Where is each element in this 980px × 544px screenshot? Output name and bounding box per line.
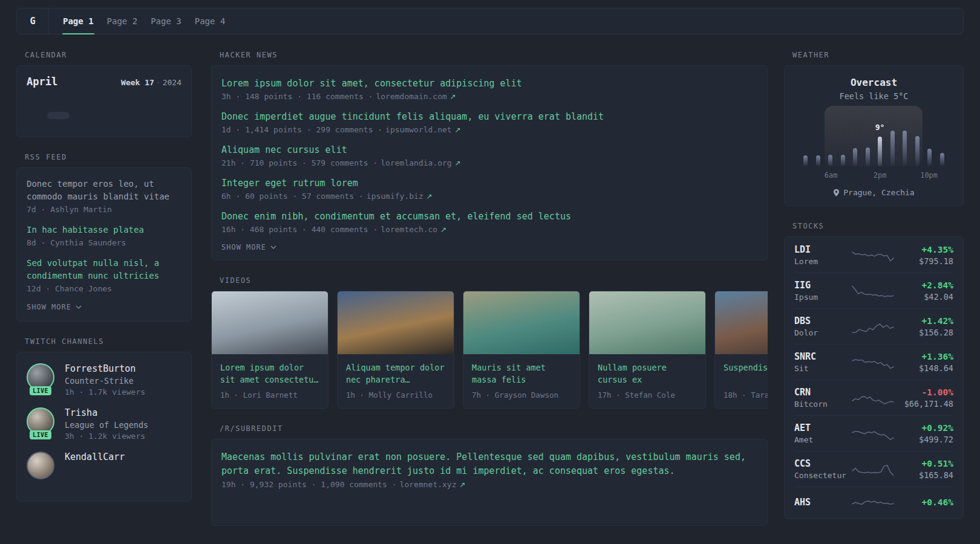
twitch-avatar: LIVE bbox=[27, 363, 54, 391]
stock-identity: LDI Lorem bbox=[794, 244, 851, 266]
page-tab[interactable]: Page 2 bbox=[100, 8, 145, 34]
video-card[interactable]: Suspendisse diam 18h · Tara bbox=[714, 291, 768, 409]
external-link-icon[interactable]: ↗ bbox=[460, 481, 466, 489]
video-title[interactable]: Nullam posuere cursus ex bbox=[598, 361, 697, 386]
twitch-channel-row[interactable]: LIVE KendallCarr bbox=[27, 452, 181, 479]
stock-name: Lorem bbox=[794, 257, 851, 266]
calendar-date bbox=[116, 103, 139, 110]
twitch-channel-name[interactable]: KendallCarr bbox=[65, 452, 125, 462]
twitch-channel-name[interactable]: Trisha bbox=[65, 407, 148, 418]
twitch-channel-category[interactable]: Counter-Strike bbox=[65, 376, 145, 386]
hackernews-item-stats: 3h · 148 points · 116 comments · bbox=[221, 92, 373, 101]
rss-item[interactable]: In hac habitasse platea 8d · Cynthia Sau… bbox=[27, 224, 181, 247]
video-thumbnail[interactable] bbox=[589, 291, 705, 354]
video-title[interactable]: Suspendisse diam bbox=[724, 361, 768, 386]
stock-row[interactable]: DBS Dolor +1.42% $156.28 bbox=[794, 308, 953, 344]
rss-item[interactable]: Sed volutpat nulla nisl, a condimentum n… bbox=[27, 257, 181, 293]
video-card-body: Aliquam tempor dolor nec pharetra… 1h · … bbox=[338, 354, 454, 408]
hackernews-item-domain[interactable]: ipsumworld.net bbox=[385, 125, 452, 134]
stock-row[interactable]: AHS +0.46% bbox=[794, 487, 953, 519]
twitch-channel-row[interactable]: LIVE ForrestBurton Counter-Strike 1h · 1… bbox=[27, 363, 181, 397]
twitch-channel-name[interactable]: ForrestBurton bbox=[65, 363, 145, 374]
hackernews-item-meta: 1d · 1,414 points · 299 comments · ipsum… bbox=[221, 125, 757, 134]
page-tab[interactable]: Page 1 bbox=[56, 8, 100, 34]
weather-chart-bars bbox=[800, 111, 947, 166]
stock-identity: AET Amet bbox=[794, 423, 851, 444]
hackernews-item-title[interactable]: Aliquam nec cursus elit bbox=[221, 143, 757, 157]
video-card[interactable]: Lorem ipsum dolor sit amet consectetu… 1… bbox=[211, 291, 328, 409]
rss-item-title[interactable]: Sed volutpat nulla nisl, a condimentum n… bbox=[27, 257, 181, 282]
stock-row[interactable]: IIG Ipsum +2.84% $42.04 bbox=[794, 273, 953, 308]
hackernews-item: Donec enim nibh, condimentum et accumsan… bbox=[221, 210, 757, 234]
page-tab[interactable]: Page 3 bbox=[144, 8, 188, 34]
weather-bar bbox=[828, 155, 832, 166]
video-card[interactable]: Mauris sit amet massa felis 7h · Grayson… bbox=[463, 291, 580, 409]
video-title[interactable]: Mauris sit amet massa felis bbox=[472, 361, 571, 386]
hackernews-item: Lorem ipsum dolor sit amet, consectetur … bbox=[221, 77, 757, 101]
hackernews-item: Integer eget rutrum lorem 6h · 60 points… bbox=[221, 176, 757, 201]
rss-item-title[interactable]: In hac habitasse platea bbox=[27, 224, 181, 236]
reddit-post-title[interactable]: Maecenas mollis pulvinar erat non posuer… bbox=[221, 450, 757, 478]
external-link-icon[interactable]: ↗ bbox=[440, 225, 446, 234]
twitch-channel-category[interactable]: League of Legends bbox=[65, 420, 148, 430]
hackernews-item-domain[interactable]: loremtech.co bbox=[381, 225, 437, 234]
weather-bar bbox=[816, 155, 820, 166]
hackernews-item-domain[interactable]: loremlandia.org bbox=[381, 158, 451, 167]
external-link-icon[interactable]: ↗ bbox=[450, 92, 456, 101]
external-link-icon[interactable]: ↗ bbox=[455, 159, 461, 167]
video-thumbnail[interactable] bbox=[463, 291, 580, 354]
stock-symbol: CRN bbox=[794, 387, 851, 398]
show-more-label: SHOW MORE bbox=[221, 243, 266, 251]
video-thumbnail[interactable] bbox=[715, 291, 768, 354]
twitch-section: TWITCH CHANNELS LIVE ForrestBurton Count… bbox=[16, 337, 192, 502]
weather-location-row: Prague, Czechia bbox=[794, 188, 953, 197]
reddit-post-stats: 19h · 9,932 points · 1,090 comments · bbox=[221, 480, 397, 489]
stock-row[interactable]: AET Amet +0.92% $499.72 bbox=[794, 415, 953, 451]
reddit-post-domain[interactable]: loremnet.xyz bbox=[400, 480, 457, 489]
hackernews-item-title[interactable]: Lorem ipsum dolor sit amet, consectetur … bbox=[221, 77, 757, 90]
stock-row[interactable]: SNRC Sit +1.36% $148.64 bbox=[794, 344, 953, 380]
video-thumbnail[interactable] bbox=[212, 291, 328, 354]
rss-item-meta: 12d · Chance Jones bbox=[27, 284, 181, 293]
dot-separator: · bbox=[156, 78, 161, 87]
twitch-avatar: LIVE bbox=[27, 452, 54, 479]
hackernews-item-domain[interactable]: ipsumify.biz bbox=[367, 192, 423, 201]
hackernews-item-stats: 16h · 468 points · 440 comments · bbox=[221, 225, 377, 234]
calendar-date bbox=[93, 112, 116, 119]
external-link-icon[interactable]: ↗ bbox=[455, 126, 461, 134]
calendar-section: CALENDAR April Week 17·2024 bbox=[16, 51, 192, 137]
video-thumbnail[interactable] bbox=[338, 291, 454, 354]
top-nav: G Page 1 Page 2 Page 3 Page 4 bbox=[16, 8, 964, 34]
external-link-icon[interactable]: ↗ bbox=[426, 192, 433, 201]
videos-row: Lorem ipsum dolor sit amet consectetu… 1… bbox=[211, 291, 768, 409]
calendar-week-year: Week 17·2024 bbox=[121, 78, 181, 87]
calendar-section-label: CALENDAR bbox=[25, 51, 192, 59]
stock-symbol: IIG bbox=[794, 280, 851, 291]
video-card[interactable]: Nullam posuere cursus ex 17h · Stefan Co… bbox=[589, 291, 706, 409]
stock-price: $42.04 bbox=[895, 292, 953, 302]
rss-show-more[interactable]: SHOW MORE bbox=[27, 303, 181, 311]
stock-identity: SNRC Sit bbox=[794, 351, 851, 373]
twitch-avatar-image bbox=[27, 452, 54, 479]
hackernews-item-title[interactable]: Integer eget rutrum lorem bbox=[221, 176, 757, 190]
rss-item-title[interactable]: Donec tempor eros leo, ut commodo mauris… bbox=[27, 178, 181, 203]
page-tab[interactable]: Page 4 bbox=[188, 8, 232, 34]
video-card[interactable]: Aliquam tempor dolor nec pharetra… 1h · … bbox=[337, 291, 454, 409]
stock-row[interactable]: CCS Consectetur +0.51% $165.84 bbox=[794, 451, 953, 487]
twitch-channel-row[interactable]: LIVE Trisha League of Legends 3h · 1.2k … bbox=[27, 407, 181, 441]
hackernews-item-title[interactable]: Donec enim nibh, condimentum et accumsan… bbox=[221, 210, 757, 223]
weather-bar bbox=[927, 149, 932, 166]
hackernews-item-domain[interactable]: loremdomain.com bbox=[376, 92, 446, 101]
stock-name: Ipsum bbox=[794, 293, 851, 302]
stock-values: +0.46% bbox=[895, 497, 953, 509]
hackernews-show-more[interactable]: SHOW MORE bbox=[221, 243, 757, 251]
rss-item-meta: 7d · Ashlyn Martin bbox=[27, 205, 181, 214]
stock-row[interactable]: LDI Lorem +4.35% $795.18 bbox=[794, 238, 953, 273]
rss-item[interactable]: Donec tempor eros leo, ut commodo mauris… bbox=[27, 178, 181, 214]
video-title[interactable]: Lorem ipsum dolor sit amet consectetu… bbox=[220, 361, 319, 386]
hackernews-item-title[interactable]: Donec imperdiet augue tincidunt felis al… bbox=[221, 110, 757, 123]
stock-row[interactable]: CRN Bitcorn -1.00% $66,171.48 bbox=[794, 380, 953, 415]
hackernews-item-meta: 3h · 148 points · 116 comments · loremdo… bbox=[221, 92, 757, 101]
stock-sparkline bbox=[851, 317, 895, 335]
video-title[interactable]: Aliquam tempor dolor nec pharetra… bbox=[346, 361, 445, 386]
